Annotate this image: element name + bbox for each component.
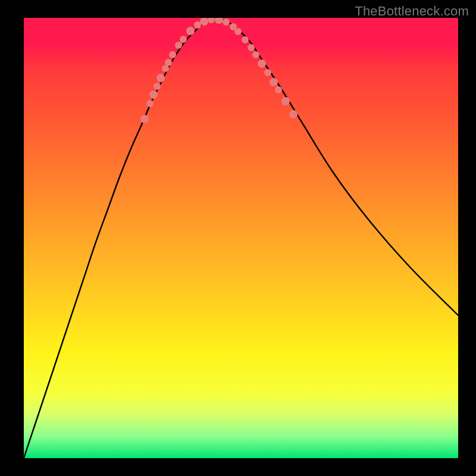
bottleneck-curve [24,19,458,458]
marker-dot [169,51,176,58]
marker-dot [215,18,223,24]
marker-dot [234,28,242,35]
marker-dot [264,69,271,76]
marker-dot [270,78,278,86]
marker-dot [146,100,154,107]
marker-dot [223,18,230,26]
watermark-text: TheBottleneck.com [355,4,469,19]
marker-dot [180,36,187,43]
marker-dot [165,59,172,66]
marker-dot [194,21,201,29]
marker-dot [208,18,215,23]
plot-area [24,18,458,458]
marker-dot [242,36,249,43]
marker-dot [289,110,298,118]
marker-dot [281,97,290,105]
marker-dot [156,74,165,82]
marker-dot [248,44,255,51]
marker-dot [186,27,195,35]
marker-dot [140,115,149,123]
marker-dot [149,90,158,99]
marker-dot [252,51,259,58]
marker-dot [175,42,182,49]
chart-svg [24,18,458,458]
marker-dot [154,83,161,90]
marker-dot [275,86,282,93]
marker-dot [258,60,266,68]
chart-frame: TheBottleneck.com [0,0,476,476]
highlighted-points [140,18,298,123]
